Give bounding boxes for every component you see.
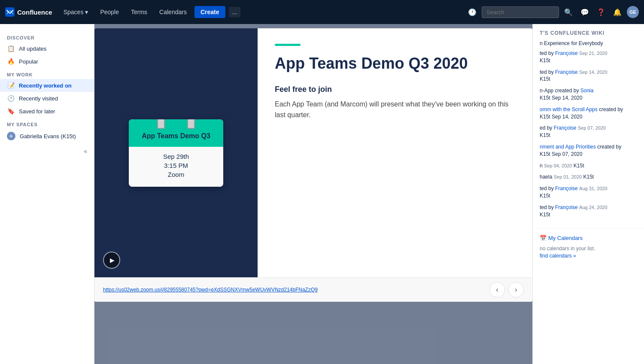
- modal: App Teams Demo Q3 Sep 29th 3:15 PM Zoom …: [94, 28, 532, 302]
- activity-item: haela Sep 01, 2020 K15t: [540, 173, 637, 181]
- modal-nav: ‹ ›: [489, 282, 524, 297]
- more-button[interactable]: ...: [229, 7, 241, 17]
- activity-item: nment and App Priorities created by K15t…: [540, 143, 637, 158]
- activity-item: ted by Françoise Aug 24, 2020 K15t: [540, 204, 637, 218]
- sidebar-item-space-user[interactable]: G Gabriella Evans (K15t): [0, 129, 94, 143]
- play-button[interactable]: ▶: [103, 252, 120, 269]
- modal-footer: https://us02web.zoom.us/j/82955580745?pw…: [94, 277, 532, 302]
- calendar-clip-left: [157, 119, 165, 129]
- sidebar-item-saved[interactable]: 🔖 Saved for later: [0, 105, 94, 118]
- people-nav[interactable]: People: [96, 6, 123, 18]
- find-calendars-link[interactable]: find calendars »: [540, 253, 576, 259]
- collapse-sidebar-button[interactable]: «: [84, 148, 87, 155]
- search-input[interactable]: [482, 6, 559, 18]
- calendar-clips: [146, 119, 206, 129]
- activity-item: ted by Françoise Sep 14, 2020 K15t: [540, 69, 637, 83]
- activity-item: ted by Françoise Sep 21, 2020 K15t: [540, 50, 637, 64]
- modal-prev-button[interactable]: ‹: [489, 282, 505, 297]
- recently-worked-icon: 📝: [7, 82, 15, 89]
- confluence-logo[interactable]: Confluence: [5, 7, 52, 17]
- modal-next-button[interactable]: ›: [508, 282, 524, 297]
- calendar-time: 3:15 PM: [136, 162, 216, 169]
- right-section-title: t's Confluence wiki: [540, 30, 637, 36]
- calendar-header: App Teams Demo Q3: [129, 119, 223, 147]
- right-recent-section: t's Confluence wiki n Experience for Eve…: [533, 24, 644, 229]
- calendar-card: App Teams Demo Q3 Sep 29th 3:15 PM Zoom: [129, 119, 223, 187]
- recent-icon[interactable]: 🕐: [465, 6, 479, 19]
- calendar-date: Sep 29th: [136, 153, 216, 160]
- topnav-right: 🕐 🔍 💬 ❓ 🔔 GE: [465, 6, 639, 19]
- calendar-title: App Teams Demo Q3: [136, 132, 216, 140]
- right-subtitle: n Experience for Everybody: [540, 40, 637, 46]
- modal-right: App Teams Demo Q3 2020 Feel free to join…: [258, 28, 532, 277]
- modal-overlay: App Teams Demo Q3 Sep 29th 3:15 PM Zoom …: [94, 24, 532, 364]
- discover-label: DISCOVER: [0, 31, 94, 42]
- modal-title: App Teams Demo Q3 2020: [275, 55, 515, 72]
- activity-item: ed by Françoise Sep 07, 2020 K15t: [540, 124, 637, 139]
- modal-accent-bar: [275, 44, 301, 46]
- activity-item: n-App created by Sonia K15t Sep 14, 2020: [540, 87, 637, 102]
- activity-item: ted by Françoise Aug 31, 2020 K15t: [540, 185, 637, 200]
- no-calendars-text: no calendars in your list.: [540, 246, 637, 252]
- calendar-clip-right: [187, 119, 195, 129]
- popular-icon: 🔥: [7, 58, 15, 65]
- space-avatar: G: [7, 132, 15, 140]
- my-spaces-label: MY SPACES: [0, 118, 94, 129]
- user-avatar[interactable]: GE: [627, 6, 639, 18]
- main-content: Recently worked on Create Space K 1903, …: [94, 24, 532, 364]
- updates-icon: 📋: [7, 45, 15, 52]
- calendar-body: Sep 29th 3:15 PM Zoom: [129, 147, 223, 187]
- help-icon[interactable]: ❓: [594, 6, 608, 19]
- sidebar-item-all-updates[interactable]: 📋 All updates: [0, 42, 94, 55]
- modal-left: App Teams Demo Q3 Sep 29th 3:15 PM Zoom …: [94, 28, 258, 277]
- activity-item: omm with the Scroll Apps created by K15t…: [540, 106, 637, 121]
- search-button[interactable]: 🔍: [562, 6, 575, 19]
- sidebar-item-recently-visited[interactable]: 🕐 Recently visited: [0, 92, 94, 105]
- modal-subtitle: Feel free to join: [275, 85, 515, 94]
- sidebar-item-recently-worked[interactable]: 📝 Recently worked on: [0, 79, 94, 92]
- terms-nav[interactable]: Terms: [127, 6, 152, 18]
- recently-visited-icon: 🕐: [7, 95, 15, 102]
- svg-rect-0: [5, 7, 15, 17]
- chat-icon[interactable]: 💬: [578, 6, 592, 19]
- modal-url-link[interactable]: https://us02web.zoom.us/j/82955580745?pw…: [103, 287, 483, 293]
- create-button[interactable]: Create: [194, 6, 225, 18]
- sidebar-item-popular[interactable]: 🔥 Popular: [0, 55, 94, 68]
- my-work-label: MY WORK: [0, 68, 94, 79]
- calendars-section: 📅 My Calendars no calendars in your list…: [533, 229, 644, 265]
- activity-item: n Sep 04, 2020 K15t: [540, 162, 637, 170]
- topnav: Confluence Spaces ▾ People Terms Calenda…: [0, 0, 644, 24]
- modal-body-text: Each App Team (and Marcom) will present …: [275, 99, 515, 121]
- my-calendars-link[interactable]: 📅 My Calendars: [540, 235, 637, 241]
- right-panel: t's Confluence wiki n Experience for Eve…: [532, 24, 644, 364]
- notifications-icon[interactable]: 🔔: [611, 6, 624, 19]
- layout: DISCOVER 📋 All updates 🔥 Popular MY WORK…: [0, 24, 644, 364]
- modal-body: App Teams Demo Q3 Sep 29th 3:15 PM Zoom …: [94, 28, 532, 277]
- sidebar: DISCOVER 📋 All updates 🔥 Popular MY WORK…: [0, 24, 94, 364]
- play-icon: ▶: [110, 257, 115, 264]
- spaces-nav[interactable]: Spaces ▾: [59, 6, 93, 18]
- calendar-location: Zoom: [136, 171, 216, 178]
- calendars-nav[interactable]: Calendars: [155, 6, 191, 18]
- saved-icon: 🔖: [7, 108, 15, 115]
